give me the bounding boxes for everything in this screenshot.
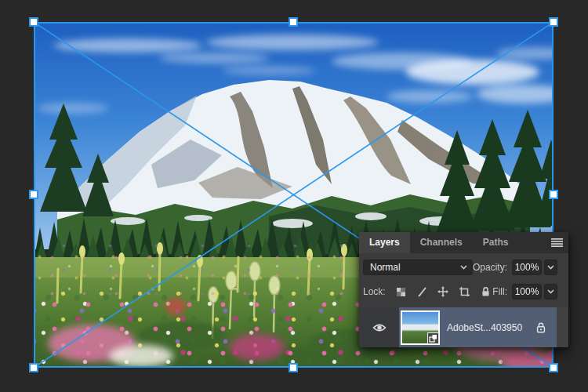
panel-tab-bar: Layers Channels Paths — [359, 232, 568, 253]
tab-layers[interactable]: Layers — [359, 232, 410, 253]
lock-all-button[interactable] — [480, 286, 492, 298]
layer-name: AdobeSt...403950 — [447, 322, 522, 333]
checkerboard-icon — [396, 287, 406, 297]
layer-row-body[interactable]: AdobeSt...403950 — [399, 307, 557, 347]
layer-row[interactable]: AdobeSt...403950 — [359, 307, 568, 347]
lock-label: Lock: — [363, 286, 386, 297]
brush-icon — [416, 286, 427, 297]
opacity-dropdown-button[interactable] — [544, 260, 557, 275]
visibility-toggle[interactable] — [359, 307, 399, 347]
layer-controls: Normal Opacity: 100% Lock: — [359, 253, 568, 299]
fill-value[interactable]: 100% — [512, 284, 542, 299]
fill-dropdown-button[interactable] — [544, 284, 557, 299]
lock-position-button[interactable] — [437, 286, 449, 298]
transform-handle-middle-left[interactable] — [29, 190, 38, 199]
lock-artboard-button[interactable] — [459, 286, 470, 298]
transform-handle-top-left[interactable] — [29, 17, 38, 27]
opacity-value[interactable]: 100% — [512, 260, 542, 275]
padlock-icon — [481, 286, 491, 297]
chevron-down-icon — [460, 265, 467, 270]
transform-handle-top-right[interactable] — [549, 17, 558, 27]
transform-handle-top-center[interactable] — [289, 17, 298, 27]
transform-handle-middle-right[interactable] — [549, 190, 558, 199]
smart-object-icon — [427, 332, 439, 344]
chevron-down-icon — [547, 289, 554, 294]
photoshop-canvas-area: Layers Channels Paths Normal Opacity: 10… — [0, 0, 588, 392]
transform-handle-bottom-left[interactable] — [29, 363, 38, 372]
fill-label: Fill: — [492, 286, 507, 297]
tab-channels[interactable]: Channels — [410, 232, 473, 253]
layer-list-gutter — [557, 307, 568, 347]
layers-panel: Layers Channels Paths Normal Opacity: 10… — [359, 232, 568, 347]
lock-pixels-button[interactable] — [416, 286, 428, 298]
blend-mode-select[interactable]: Normal — [363, 260, 473, 275]
tab-paths[interactable]: Paths — [473, 232, 519, 253]
artboard-icon — [459, 286, 470, 297]
chevron-down-icon — [547, 265, 554, 270]
lock-transparency-button[interactable] — [395, 286, 407, 298]
layer-locked-icon — [535, 321, 546, 333]
blend-mode-value: Normal — [370, 262, 401, 273]
eye-icon — [372, 323, 387, 332]
layer-thumbnail[interactable] — [401, 310, 440, 345]
move-icon — [437, 286, 448, 297]
transform-handle-bottom-right[interactable] — [549, 363, 558, 372]
opacity-label: Opacity: — [473, 262, 507, 273]
transform-handle-bottom-center[interactable] — [289, 363, 298, 372]
panel-menu-icon[interactable] — [551, 238, 563, 247]
